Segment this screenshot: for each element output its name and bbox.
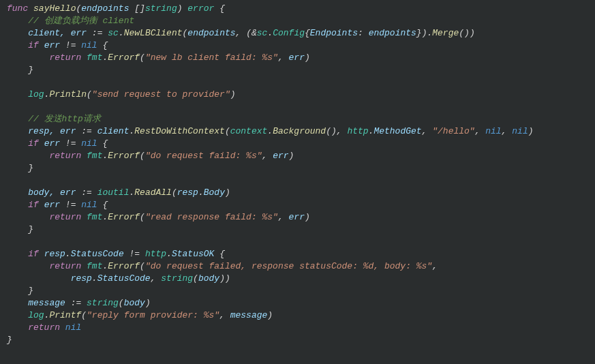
code-line: } bbox=[0, 224, 595, 236]
code-line: return fmt.Errorf("do request failed, re… bbox=[0, 260, 595, 273]
code-line: if resp.StatusCode != http.StatusOK { bbox=[0, 248, 595, 260]
code-line bbox=[0, 76, 595, 89]
code-line: log.Println("send request to provider") bbox=[0, 89, 595, 101]
code-line: } bbox=[0, 64, 595, 76]
code-line: return fmt.Errorf("do request faild: %s"… bbox=[0, 150, 595, 162]
code-line: if err != nil { bbox=[0, 40, 595, 52]
code-line: resp.StatusCode, string(body)) bbox=[0, 273, 595, 285]
code-line bbox=[0, 236, 595, 248]
code-line: body, err := ioutil.ReadAll(resp.Body) bbox=[0, 187, 595, 199]
code-line: return fmt.Errorf("new lb client faild: … bbox=[0, 52, 595, 64]
code-line: return fmt.Errorf("read response faild: … bbox=[0, 211, 595, 224]
code-line: } bbox=[0, 334, 595, 346]
code-line: } bbox=[0, 162, 595, 175]
code-line: func sayHello(endpoints []string) error … bbox=[0, 3, 595, 15]
code-line bbox=[0, 175, 595, 187]
code-line: if err != nil { bbox=[0, 138, 595, 150]
code-line bbox=[0, 101, 595, 113]
code-line: if err != nil { bbox=[0, 199, 595, 211]
code-line: // 发送http请求 bbox=[0, 113, 595, 125]
code-line: log.Printf("reply form provider: %s", me… bbox=[0, 309, 595, 322]
code-line: return nil bbox=[0, 322, 595, 334]
code-line: } bbox=[0, 285, 595, 297]
code-line: client, err := sc.NewLBClient(endpoints,… bbox=[0, 27, 595, 40]
code-line: // 创建负载均衡 client bbox=[0, 15, 595, 27]
code-line: resp, err := client.RestDoWithContext(co… bbox=[0, 125, 595, 138]
code-editor[interactable]: func sayHello(endpoints []string) error … bbox=[0, 3, 595, 346]
code-line: message := string(body) bbox=[0, 297, 595, 309]
